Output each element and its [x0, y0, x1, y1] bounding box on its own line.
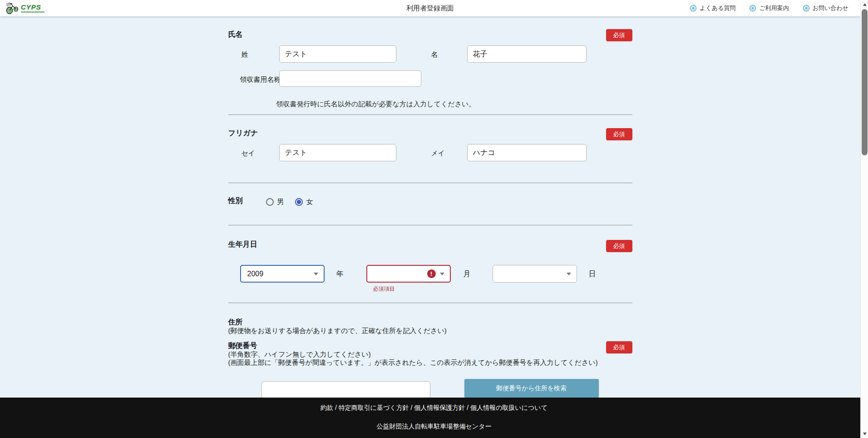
last-name-label: 姓 [242, 50, 248, 59]
month-unit-label: 月 [464, 269, 471, 279]
address-note: (郵便物をお送りする場合がありますので、正確な住所を記入ください) [228, 327, 447, 335]
guide-link-label: ご利用案内 [759, 4, 789, 12]
first-name-input[interactable] [467, 45, 587, 63]
faq-link[interactable]: よくある質問 [690, 4, 735, 12]
footer-separator: / [333, 404, 339, 411]
gender-option-male-label: 男 [277, 198, 284, 206]
footer-links: 約款 / 特定商取引に基づく方針 / 個人情報保護方針 / 個人情報の取扱いにつ… [321, 404, 547, 412]
gender-option-female-label: 女 [306, 198, 313, 206]
footer-separator: / [409, 404, 414, 411]
radio-checked-icon [295, 198, 303, 206]
personal-info-link[interactable]: 個人情報の取扱いについて [470, 404, 547, 411]
scroll-down-icon[interactable] [861, 430, 868, 438]
section-divider [228, 225, 632, 225]
mei-label: メイ [431, 149, 445, 158]
footer: 約款 / 特定商取引に基づく方針 / 個人情報保護方針 / 個人情報の取扱いにつ… [0, 398, 868, 438]
chevron-down-icon [440, 273, 444, 275]
furigana-section-heading: フリガナ [228, 129, 258, 138]
birth-month-select[interactable]: ! [366, 265, 451, 283]
chevron-down-icon [314, 273, 318, 275]
wheel-icon [749, 5, 756, 12]
gender-option-male[interactable]: 男 [266, 198, 284, 206]
postal-code-heading: 郵便番号 [228, 341, 257, 351]
section-divider [228, 183, 632, 183]
required-badge: 必須 [606, 341, 632, 353]
footer-company-link[interactable]: 公益財団法人自転車駐車場整備センター [377, 423, 492, 431]
scroll-up-icon[interactable] [861, 0, 868, 8]
name-section-heading: 氏名 [228, 30, 243, 40]
receipt-name-label: 領収書用名称 [240, 75, 281, 84]
chevron-down-icon [567, 273, 571, 275]
birth-year-value: 2009 [247, 270, 314, 278]
required-badge: 必須 [606, 128, 632, 140]
gender-section-heading: 性別 [228, 196, 243, 206]
commerce-policy-link[interactable]: 特定商取引に基づく方針 [339, 404, 409, 411]
wheel-icon [690, 5, 697, 12]
first-name-label: 名 [431, 50, 438, 59]
postal-code-input[interactable] [261, 381, 430, 398]
birthdate-section-heading: 生年月日 [228, 240, 257, 249]
mei-input[interactable] [467, 144, 587, 161]
receipt-name-input[interactable] [279, 70, 421, 87]
address-section-heading: 住所 [228, 318, 243, 327]
year-unit-label: 年 [336, 269, 344, 279]
wheel-icon [803, 5, 810, 12]
contact-link[interactable]: お問い合わせ [803, 4, 848, 12]
gender-radio-group: 男 女 [266, 198, 313, 206]
section-divider [228, 114, 632, 115]
month-error-text: 必須項目 [373, 285, 395, 293]
terms-link[interactable]: 約款 [321, 404, 333, 411]
header-nav: よくある質問 ご利用案内 お問い合わせ [690, 4, 848, 12]
radio-unchecked-icon [266, 198, 274, 206]
section-divider [228, 303, 632, 303]
contact-link-label: お問い合わせ [813, 4, 848, 12]
day-unit-label: 日 [589, 269, 596, 279]
privacy-policy-link[interactable]: 個人情報保護方針 [414, 404, 465, 411]
guide-link[interactable]: ご利用案内 [749, 4, 789, 12]
postal-search-button[interactable]: 郵便番号から住所を検索 [464, 379, 599, 398]
header: CYPS 利用者登録画面 よくある質問 ご利用案内 [0, 0, 860, 16]
birth-year-select[interactable]: 2009 [240, 265, 325, 283]
faq-link-label: よくある質問 [700, 4, 735, 12]
sei-input[interactable] [279, 144, 396, 161]
required-badge: 必須 [606, 240, 632, 252]
postal-note-1: (半角数字、ハイフン無しで入力してください) [228, 350, 371, 359]
receipt-helper-text: 領収書発行時に氏名以外の記載が必要な方は入力してください。 [276, 100, 476, 109]
sei-label: セイ [242, 149, 256, 158]
required-badge: 必須 [606, 29, 632, 41]
registration-form: 氏名 必須 姓 名 領収書用名称 領収書発行時に氏名以外の記載が必要な方は入力し… [0, 16, 860, 398]
vertical-scrollbar[interactable] [860, 0, 868, 438]
gender-option-female[interactable]: 女 [295, 198, 313, 206]
footer-separator: / [465, 404, 470, 411]
last-name-input[interactable] [279, 45, 396, 63]
error-icon: ! [427, 269, 436, 278]
postal-note-2: (画面最上部に「郵便番号が間違っています。」が表示されたら、この表示が消えてから… [228, 358, 598, 367]
scrollbar-thumb[interactable] [862, 9, 868, 155]
birth-day-select[interactable] [493, 265, 577, 283]
